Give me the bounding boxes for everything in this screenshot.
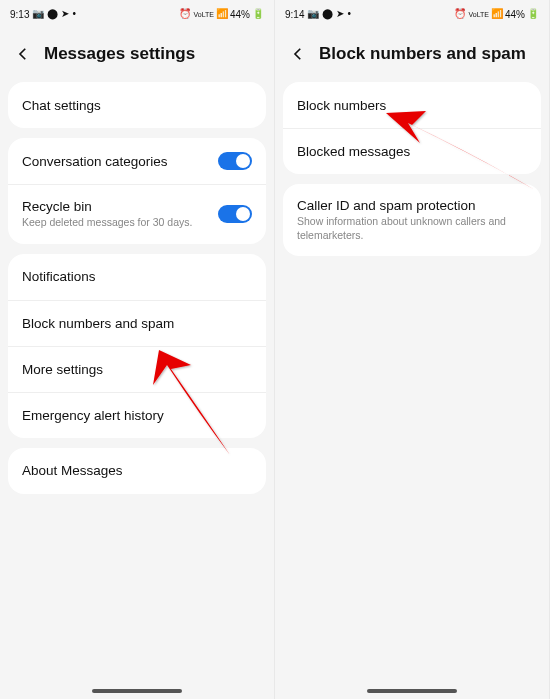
sub-caller-id: Show information about unknown callers a…	[297, 215, 527, 242]
page-title: Block numbers and spam	[319, 44, 526, 64]
row-about-messages[interactable]: About Messages	[8, 448, 266, 494]
label-emergency-alert: Emergency alert history	[22, 408, 164, 423]
page-title: Messages settings	[44, 44, 195, 64]
toggle-conv-categories[interactable]	[218, 152, 252, 170]
row-caller-id-spam[interactable]: Caller ID and spam protection Show infor…	[283, 184, 541, 256]
row-block-numbers-spam[interactable]: Block numbers and spam	[8, 300, 266, 346]
status-bar: 9:14 📷 ⬤ ➤ • ⏰ VoLTE 📶 44% 🔋	[275, 0, 549, 28]
row-notifications[interactable]: Notifications	[8, 254, 266, 300]
label-blocked-messages: Blocked messages	[297, 144, 410, 159]
telegram-icon: ➤	[61, 9, 69, 19]
card-chat: Chat settings	[8, 82, 266, 128]
screen-block-numbers-spam: 9:14 📷 ⬤ ➤ • ⏰ VoLTE 📶 44% 🔋 Block numbe…	[275, 0, 550, 699]
label-about-messages: About Messages	[22, 463, 123, 478]
status-time: 9:13	[10, 9, 29, 20]
header: Block numbers and spam	[275, 28, 549, 82]
back-icon[interactable]	[14, 45, 32, 63]
status-bar: 9:13 📷 ⬤ ➤ • ⏰ VoLTE 📶 44% 🔋	[0, 0, 274, 28]
sub-recycle-bin: Keep deleted messages for 30 days.	[22, 216, 192, 230]
camera-icon: 📷	[307, 9, 319, 19]
row-chat-settings[interactable]: Chat settings	[8, 82, 266, 128]
more-icon: •	[72, 9, 76, 19]
card-conv-recycle: Conversation categories Recycle bin Keep…	[8, 138, 266, 244]
row-more-settings[interactable]: More settings	[8, 346, 266, 392]
whatsapp-icon: ⬤	[47, 9, 58, 19]
row-emergency-alert[interactable]: Emergency alert history	[8, 392, 266, 438]
label-notifications: Notifications	[22, 269, 96, 284]
camera-icon: 📷	[32, 9, 44, 19]
label-block-numbers: Block numbers	[297, 98, 386, 113]
telegram-icon: ➤	[336, 9, 344, 19]
row-recycle-bin[interactable]: Recycle bin Keep deleted messages for 30…	[8, 184, 266, 244]
header: Messages settings	[0, 28, 274, 82]
screen-messages-settings: 9:13 📷 ⬤ ➤ • ⏰ VoLTE 📶 44% 🔋 Messages se…	[0, 0, 275, 699]
more-icon: •	[347, 9, 351, 19]
nav-bar[interactable]	[367, 689, 457, 693]
label-more-settings: More settings	[22, 362, 103, 377]
label-block-numbers-spam: Block numbers and spam	[22, 316, 174, 331]
battery-icon: 🔋	[252, 9, 264, 19]
card-about: About Messages	[8, 448, 266, 494]
status-time: 9:14	[285, 9, 304, 20]
label-recycle-bin: Recycle bin	[22, 199, 192, 214]
toggle-recycle-bin[interactable]	[218, 205, 252, 223]
card-block: Block numbers Blocked messages	[283, 82, 541, 174]
label-caller-id: Caller ID and spam protection	[297, 198, 527, 213]
card-callerid: Caller ID and spam protection Show infor…	[283, 184, 541, 256]
alarm-icon: ⏰	[179, 9, 191, 19]
battery-icon: 🔋	[527, 9, 539, 19]
whatsapp-icon: ⬤	[322, 9, 333, 19]
signal-icon: 📶	[491, 9, 503, 19]
row-conversation-categories[interactable]: Conversation categories	[8, 138, 266, 184]
volte-icon: VoLTE	[193, 11, 214, 18]
card-notif-block: Notifications Block numbers and spam Mor…	[8, 254, 266, 438]
battery-text: 44%	[230, 9, 250, 20]
nav-bar[interactable]	[92, 689, 182, 693]
signal-icon: 📶	[216, 9, 228, 19]
alarm-icon: ⏰	[454, 9, 466, 19]
row-block-numbers[interactable]: Block numbers	[283, 82, 541, 128]
back-icon[interactable]	[289, 45, 307, 63]
battery-text: 44%	[505, 9, 525, 20]
row-blocked-messages[interactable]: Blocked messages	[283, 128, 541, 174]
label-conv-categories: Conversation categories	[22, 154, 168, 169]
volte-icon: VoLTE	[468, 11, 489, 18]
label-chat-settings: Chat settings	[22, 98, 101, 113]
